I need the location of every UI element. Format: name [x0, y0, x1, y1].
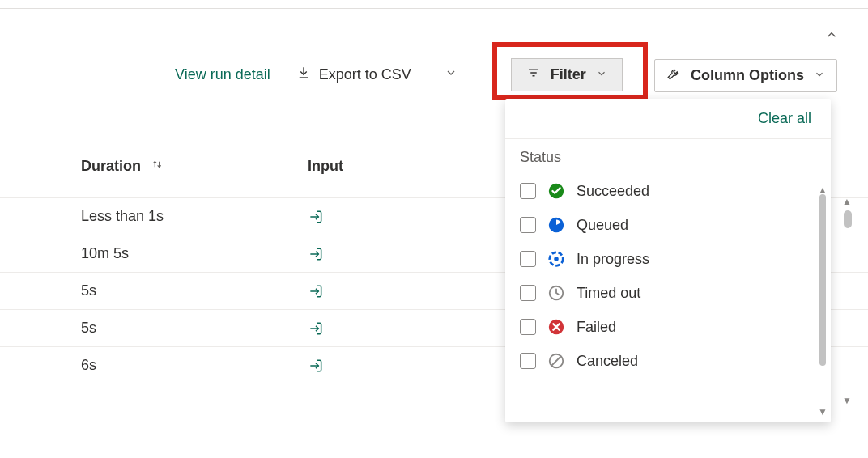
column-header-duration[interactable]: Duration [81, 158, 308, 175]
slash-circle-icon [547, 352, 565, 370]
scrollbar-thumb[interactable] [819, 194, 826, 366]
status-label: Queued [577, 217, 628, 234]
collapse-chevron-icon[interactable] [824, 28, 839, 46]
status-filter-list: Succeeded Queued In progress Timed out [505, 174, 831, 378]
cell-duration: 6s [81, 357, 308, 374]
status-label: Timed out [577, 285, 640, 302]
chevron-down-icon [596, 66, 607, 83]
filter-label: Filter [551, 66, 586, 83]
status-option-in-progress[interactable]: In progress [520, 242, 831, 276]
status-option-timed-out[interactable]: Timed out [520, 276, 831, 310]
column-options-label: Column Options [691, 67, 804, 84]
svg-point-6 [554, 257, 559, 261]
scrollbar-thumb[interactable] [844, 210, 852, 228]
status-option-succeeded[interactable]: Succeeded [520, 174, 831, 208]
top-divider [0, 8, 868, 9]
wrench-icon [666, 66, 681, 85]
status-label: Succeeded [577, 183, 649, 200]
scroll-down-icon[interactable]: ▼ [842, 395, 852, 406]
sort-icon [151, 158, 164, 175]
export-csv-button[interactable]: Export to CSV [296, 66, 411, 84]
svg-line-10 [552, 357, 561, 366]
cell-duration: 5s [81, 282, 308, 299]
filter-dropdown-panel: Clear all Status Succeeded Queued In pro… [505, 99, 831, 422]
cell-duration: Less than 1s [81, 208, 308, 225]
check-circle-icon [547, 182, 565, 200]
status-label: In progress [577, 251, 649, 268]
cell-duration: 10m 5s [81, 245, 308, 262]
chevron-down-icon [814, 67, 825, 84]
view-run-detail-link[interactable]: View run detail [175, 66, 270, 83]
x-circle-icon [547, 318, 565, 336]
checkbox[interactable] [520, 251, 536, 267]
checkbox[interactable] [520, 285, 536, 301]
download-icon [296, 66, 311, 84]
status-label: Failed [577, 319, 616, 336]
scroll-up-icon[interactable]: ▲ [842, 196, 852, 207]
checkbox[interactable] [520, 353, 536, 369]
clock-outline-icon [547, 284, 565, 302]
filter-icon [526, 66, 541, 84]
clock-filled-icon [547, 216, 565, 234]
clear-all-link[interactable]: Clear all [505, 99, 831, 139]
cell-input-link[interactable] [308, 283, 470, 299]
checkbox[interactable] [520, 183, 536, 199]
status-option-failed[interactable]: Failed [520, 310, 831, 344]
cell-input-link[interactable] [308, 209, 470, 225]
cell-input-link[interactable] [308, 358, 470, 374]
status-label: Canceled [577, 353, 638, 370]
status-option-canceled[interactable]: Canceled [520, 344, 831, 378]
cell-input-link[interactable] [308, 320, 470, 337]
progress-circle-icon [547, 250, 565, 268]
cell-input-link[interactable] [308, 246, 470, 262]
checkbox[interactable] [520, 217, 536, 233]
export-csv-label: Export to CSV [319, 66, 411, 83]
filter-button[interactable]: Filter [511, 58, 623, 91]
cell-duration: 5s [81, 320, 308, 337]
filter-section-title: Status [505, 139, 831, 174]
scroll-down-icon[interactable]: ▼ [818, 406, 828, 418]
column-options-button[interactable]: Column Options [654, 59, 837, 92]
toolbar-divider [428, 65, 428, 86]
status-option-queued[interactable]: Queued [520, 208, 831, 242]
export-more-chevron-icon[interactable] [445, 66, 457, 83]
page-scrollbar[interactable]: ▲ ▼ [840, 196, 852, 406]
column-header-duration-label: Duration [81, 158, 141, 175]
column-header-input-label: Input [308, 158, 343, 174]
checkbox[interactable] [520, 319, 536, 335]
column-header-input[interactable]: Input [308, 158, 470, 175]
